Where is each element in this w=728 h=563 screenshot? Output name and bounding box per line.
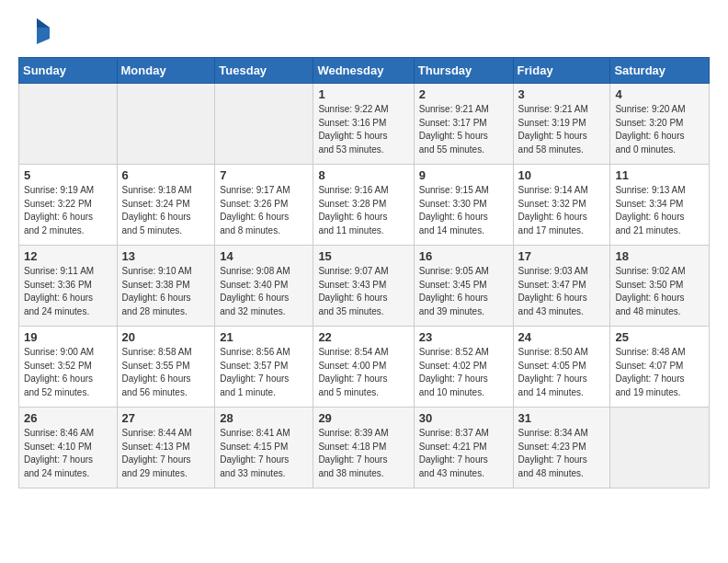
day-cell-17: 17Sunrise: 9:03 AM Sunset: 3:47 PM Dayli… (513, 246, 610, 327)
day-number: 26 (24, 411, 112, 425)
weekday-wednesday: Wednesday (313, 58, 414, 84)
day-cell-28: 28Sunrise: 8:41 AM Sunset: 4:15 PM Dayli… (215, 408, 313, 488)
day-number: 25 (615, 330, 704, 344)
day-info: Sunrise: 9:17 AM Sunset: 3:26 PM Dayligh… (220, 184, 308, 237)
day-cell-21: 21Sunrise: 8:56 AM Sunset: 3:57 PM Dayli… (215, 327, 313, 408)
day-info: Sunrise: 9:07 AM Sunset: 3:43 PM Dayligh… (318, 265, 408, 318)
day-cell-30: 30Sunrise: 8:37 AM Sunset: 4:21 PM Dayli… (414, 408, 513, 488)
day-number: 21 (220, 330, 308, 344)
day-info: Sunrise: 9:13 AM Sunset: 3:34 PM Dayligh… (615, 184, 704, 237)
day-info: Sunrise: 8:37 AM Sunset: 4:21 PM Dayligh… (419, 427, 508, 480)
day-info: Sunrise: 8:39 AM Sunset: 4:18 PM Dayligh… (318, 427, 408, 480)
day-cell-1: 1Sunrise: 9:22 AM Sunset: 3:16 PM Daylig… (313, 84, 414, 165)
day-cell-16: 16Sunrise: 9:05 AM Sunset: 3:45 PM Dayli… (414, 246, 513, 327)
weekday-thursday: Thursday (414, 58, 513, 84)
day-number: 7 (220, 168, 308, 182)
week-row-5: 26Sunrise: 8:46 AM Sunset: 4:10 PM Dayli… (19, 408, 710, 488)
empty-cell (19, 84, 118, 165)
day-number: 13 (122, 249, 210, 263)
day-cell-3: 3Sunrise: 9:21 AM Sunset: 3:19 PM Daylig… (513, 84, 610, 165)
day-number: 28 (220, 411, 308, 425)
calendar: SundayMondayTuesdayWednesdayThursdayFrid… (18, 57, 710, 488)
day-number: 20 (122, 330, 210, 344)
day-cell-26: 26Sunrise: 8:46 AM Sunset: 4:10 PM Dayli… (19, 408, 118, 488)
day-info: Sunrise: 9:00 AM Sunset: 3:52 PM Dayligh… (24, 346, 112, 399)
day-info: Sunrise: 8:52 AM Sunset: 4:02 PM Dayligh… (419, 346, 508, 399)
day-info: Sunrise: 9:05 AM Sunset: 3:45 PM Dayligh… (419, 265, 508, 318)
day-number: 18 (615, 249, 704, 263)
day-cell-4: 4Sunrise: 9:20 AM Sunset: 3:20 PM Daylig… (610, 84, 710, 165)
day-cell-23: 23Sunrise: 8:52 AM Sunset: 4:02 PM Dayli… (414, 327, 513, 408)
day-info: Sunrise: 9:14 AM Sunset: 3:32 PM Dayligh… (518, 184, 606, 237)
day-cell-2: 2Sunrise: 9:21 AM Sunset: 3:17 PM Daylig… (414, 84, 513, 165)
day-number: 19 (24, 330, 112, 344)
weekday-friday: Friday (513, 58, 610, 84)
day-cell-11: 11Sunrise: 9:13 AM Sunset: 3:34 PM Dayli… (610, 165, 710, 246)
day-number: 23 (419, 330, 508, 344)
day-number: 12 (24, 249, 112, 263)
day-info: Sunrise: 8:50 AM Sunset: 4:05 PM Dayligh… (518, 346, 606, 399)
day-info: Sunrise: 9:19 AM Sunset: 3:22 PM Dayligh… (24, 184, 112, 237)
day-number: 27 (122, 411, 210, 425)
day-cell-24: 24Sunrise: 8:50 AM Sunset: 4:05 PM Dayli… (513, 327, 610, 408)
page: SundayMondayTuesdayWednesdayThursdayFrid… (0, 0, 728, 563)
day-number: 29 (318, 411, 408, 425)
day-cell-5: 5Sunrise: 9:19 AM Sunset: 3:22 PM Daylig… (19, 165, 118, 246)
header (18, 15, 710, 48)
weekday-tuesday: Tuesday (215, 58, 313, 84)
day-info: Sunrise: 9:21 AM Sunset: 3:19 PM Dayligh… (518, 103, 606, 156)
day-number: 16 (419, 249, 508, 263)
day-cell-31: 31Sunrise: 8:34 AM Sunset: 4:23 PM Dayli… (513, 408, 610, 488)
day-cell-6: 6Sunrise: 9:18 AM Sunset: 3:24 PM Daylig… (117, 165, 215, 246)
day-cell-13: 13Sunrise: 9:10 AM Sunset: 3:38 PM Dayli… (117, 246, 215, 327)
day-info: Sunrise: 9:03 AM Sunset: 3:47 PM Dayligh… (518, 265, 606, 318)
empty-cell (117, 84, 215, 165)
day-info: Sunrise: 8:56 AM Sunset: 3:57 PM Dayligh… (220, 346, 308, 399)
day-info: Sunrise: 9:11 AM Sunset: 3:36 PM Dayligh… (24, 265, 112, 318)
week-row-2: 5Sunrise: 9:19 AM Sunset: 3:22 PM Daylig… (19, 165, 710, 246)
day-info: Sunrise: 8:46 AM Sunset: 4:10 PM Dayligh… (24, 427, 112, 480)
week-row-1: 1Sunrise: 9:22 AM Sunset: 3:16 PM Daylig… (19, 84, 710, 165)
day-number: 14 (220, 249, 308, 263)
weekday-sunday: Sunday (19, 58, 118, 84)
day-cell-10: 10Sunrise: 9:14 AM Sunset: 3:32 PM Dayli… (513, 165, 610, 246)
day-number: 22 (318, 330, 408, 344)
day-cell-22: 22Sunrise: 8:54 AM Sunset: 4:00 PM Dayli… (313, 327, 414, 408)
day-info: Sunrise: 9:10 AM Sunset: 3:38 PM Dayligh… (122, 265, 210, 318)
day-cell-12: 12Sunrise: 9:11 AM Sunset: 3:36 PM Dayli… (19, 246, 118, 327)
day-cell-15: 15Sunrise: 9:07 AM Sunset: 3:43 PM Dayli… (313, 246, 414, 327)
week-row-3: 12Sunrise: 9:11 AM Sunset: 3:36 PM Dayli… (19, 246, 710, 327)
day-cell-20: 20Sunrise: 8:58 AM Sunset: 3:55 PM Dayli… (117, 327, 215, 408)
weekday-monday: Monday (117, 58, 215, 84)
day-info: Sunrise: 9:22 AM Sunset: 3:16 PM Dayligh… (318, 103, 408, 156)
svg-marker-1 (37, 18, 50, 28)
day-info: Sunrise: 8:41 AM Sunset: 4:15 PM Dayligh… (220, 427, 308, 480)
day-info: Sunrise: 8:34 AM Sunset: 4:23 PM Dayligh… (518, 427, 606, 480)
day-info: Sunrise: 8:54 AM Sunset: 4:00 PM Dayligh… (318, 346, 408, 399)
day-number: 15 (318, 249, 408, 263)
day-info: Sunrise: 9:02 AM Sunset: 3:50 PM Dayligh… (615, 265, 704, 318)
day-cell-9: 9Sunrise: 9:15 AM Sunset: 3:30 PM Daylig… (414, 165, 513, 246)
empty-cell (215, 84, 313, 165)
weekday-saturday: Saturday (610, 58, 710, 84)
day-info: Sunrise: 9:15 AM Sunset: 3:30 PM Dayligh… (419, 184, 508, 237)
day-info: Sunrise: 9:18 AM Sunset: 3:24 PM Dayligh… (122, 184, 210, 237)
day-info: Sunrise: 8:58 AM Sunset: 3:55 PM Dayligh… (122, 346, 210, 399)
day-number: 30 (419, 411, 508, 425)
day-number: 24 (518, 330, 606, 344)
day-number: 11 (615, 168, 704, 182)
day-number: 9 (419, 168, 508, 182)
day-number: 8 (318, 168, 408, 182)
empty-cell (610, 408, 710, 488)
day-info: Sunrise: 9:21 AM Sunset: 3:17 PM Dayligh… (419, 103, 508, 156)
day-number: 5 (24, 168, 112, 182)
week-row-4: 19Sunrise: 9:00 AM Sunset: 3:52 PM Dayli… (19, 327, 710, 408)
logo-icon (18, 15, 51, 48)
day-cell-18: 18Sunrise: 9:02 AM Sunset: 3:50 PM Dayli… (610, 246, 710, 327)
day-cell-8: 8Sunrise: 9:16 AM Sunset: 3:28 PM Daylig… (313, 165, 414, 246)
day-info: Sunrise: 8:44 AM Sunset: 4:13 PM Dayligh… (122, 427, 210, 480)
day-number: 10 (518, 168, 606, 182)
day-cell-25: 25Sunrise: 8:48 AM Sunset: 4:07 PM Dayli… (610, 327, 710, 408)
day-number: 3 (518, 87, 606, 101)
day-number: 2 (419, 87, 508, 101)
